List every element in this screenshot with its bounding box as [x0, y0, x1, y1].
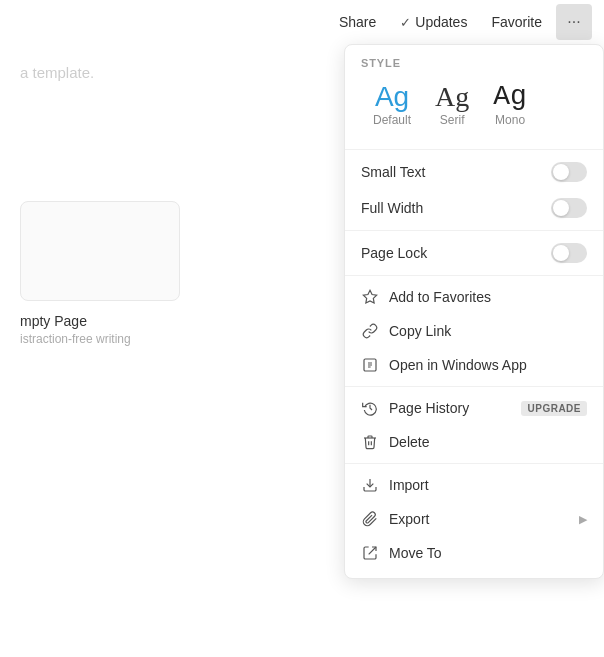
divider-3	[345, 275, 603, 276]
star-icon	[361, 288, 379, 306]
dropdown-panel: STYLE Ag Default Ag Serif Ag Mono Small …	[344, 44, 604, 579]
full-width-label: Full Width	[361, 200, 423, 216]
style-selector: Ag Default Ag Serif Ag Mono	[345, 77, 603, 145]
copy-link-item[interactable]: Copy Link	[345, 314, 603, 348]
page-lock-row: Page Lock	[345, 235, 603, 271]
style-section-label: STYLE	[345, 57, 603, 77]
style-option-default[interactable]: Ag Default	[361, 77, 423, 133]
favorite-button[interactable]: Favorite	[481, 8, 552, 36]
import-icon	[361, 476, 379, 494]
page-lock-label: Page Lock	[361, 245, 427, 261]
delete-item[interactable]: Delete	[345, 425, 603, 459]
more-button[interactable]: ···	[556, 4, 592, 40]
style-default-label: Default	[373, 113, 411, 127]
small-text-label: Small Text	[361, 164, 425, 180]
upgrade-badge: UPGRADE	[521, 401, 587, 416]
check-icon: ✓	[400, 15, 411, 30]
history-icon	[361, 399, 379, 417]
trash-icon	[361, 433, 379, 451]
divider-5	[345, 463, 603, 464]
copy-link-label: Copy Link	[389, 323, 587, 339]
favorite-label: Favorite	[491, 14, 542, 30]
export-arrow-icon: ▶	[579, 513, 587, 526]
page-subtitle: istraction-free writing	[20, 332, 320, 346]
small-text-row: Small Text	[345, 154, 603, 190]
share-button[interactable]: Share	[329, 8, 386, 36]
updates-label: Updates	[415, 14, 467, 30]
notion-icon	[361, 356, 379, 374]
full-width-toggle[interactable]	[551, 198, 587, 218]
style-ag-mono: Ag	[493, 83, 527, 111]
add-favorites-item[interactable]: Add to Favorites	[345, 280, 603, 314]
more-icon: ···	[567, 13, 580, 31]
export-item[interactable]: Export ▶	[345, 502, 603, 536]
delete-label: Delete	[389, 434, 587, 450]
template-text: a template.	[20, 64, 320, 81]
open-windows-item[interactable]: Open in Windows App	[345, 348, 603, 382]
move-to-icon	[361, 544, 379, 562]
style-ag-default: Ag	[375, 83, 409, 111]
divider-2	[345, 230, 603, 231]
page-lock-toggle[interactable]	[551, 243, 587, 263]
move-to-label: Move To	[389, 545, 587, 561]
page-history-item[interactable]: Page History UPGRADE	[345, 391, 603, 425]
top-bar: Share ✓ Updates Favorite ···	[0, 0, 604, 44]
page-card	[20, 201, 180, 301]
export-icon	[361, 510, 379, 528]
export-label: Export	[389, 511, 569, 527]
open-windows-label: Open in Windows App	[389, 357, 587, 373]
style-mono-label: Mono	[495, 113, 525, 127]
divider-1	[345, 149, 603, 150]
style-option-mono[interactable]: Ag Mono	[481, 77, 539, 133]
page-title: mpty Page	[20, 313, 320, 329]
small-text-toggle[interactable]	[551, 162, 587, 182]
divider-4	[345, 386, 603, 387]
add-favorites-label: Add to Favorites	[389, 289, 587, 305]
full-width-row: Full Width	[345, 190, 603, 226]
updates-button[interactable]: ✓ Updates	[390, 8, 477, 36]
share-label: Share	[339, 14, 376, 30]
page-content: a template. mpty Page istraction-free wr…	[0, 44, 340, 657]
move-to-item[interactable]: Move To	[345, 536, 603, 570]
link-icon	[361, 322, 379, 340]
page-history-label: Page History	[389, 400, 511, 416]
style-ag-serif: Ag	[435, 83, 469, 111]
import-label: Import	[389, 477, 587, 493]
style-serif-label: Serif	[440, 113, 465, 127]
svg-marker-0	[363, 290, 376, 303]
style-option-serif[interactable]: Ag Serif	[423, 77, 481, 133]
import-item[interactable]: Import	[345, 468, 603, 502]
